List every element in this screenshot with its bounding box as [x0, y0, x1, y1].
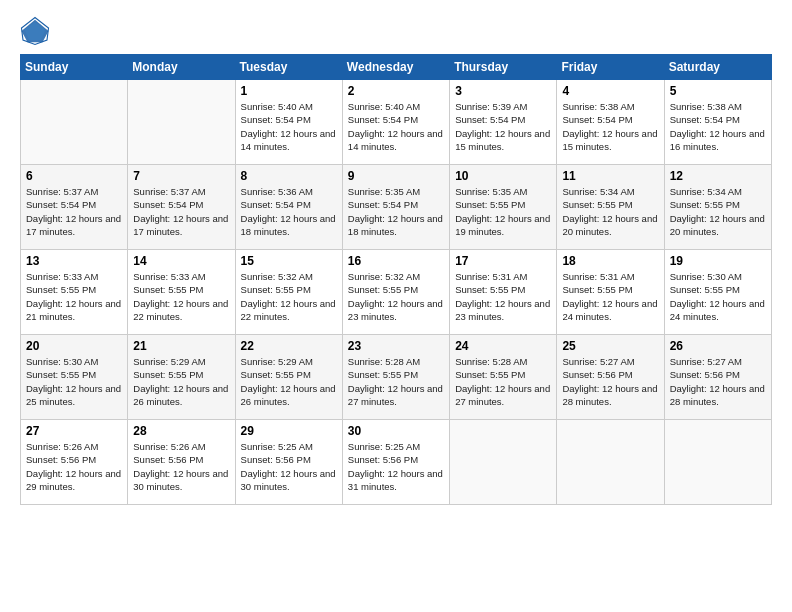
day-info: Sunrise: 5:33 AM Sunset: 5:55 PM Dayligh…	[26, 270, 122, 323]
day-number: 13	[26, 254, 122, 268]
day-number: 29	[241, 424, 337, 438]
day-number: 2	[348, 84, 444, 98]
calendar-cell: 21Sunrise: 5:29 AM Sunset: 5:55 PM Dayli…	[128, 335, 235, 420]
calendar-cell: 12Sunrise: 5:34 AM Sunset: 5:55 PM Dayli…	[664, 165, 771, 250]
calendar-cell: 27Sunrise: 5:26 AM Sunset: 5:56 PM Dayli…	[21, 420, 128, 505]
day-number: 12	[670, 169, 766, 183]
calendar-cell: 7Sunrise: 5:37 AM Sunset: 5:54 PM Daylig…	[128, 165, 235, 250]
day-number: 5	[670, 84, 766, 98]
calendar-week-row: 13Sunrise: 5:33 AM Sunset: 5:55 PM Dayli…	[21, 250, 772, 335]
calendar-cell: 28Sunrise: 5:26 AM Sunset: 5:56 PM Dayli…	[128, 420, 235, 505]
day-info: Sunrise: 5:35 AM Sunset: 5:54 PM Dayligh…	[348, 185, 444, 238]
calendar-cell: 19Sunrise: 5:30 AM Sunset: 5:55 PM Dayli…	[664, 250, 771, 335]
calendar-header-saturday: Saturday	[664, 55, 771, 80]
calendar-cell	[21, 80, 128, 165]
day-info: Sunrise: 5:25 AM Sunset: 5:56 PM Dayligh…	[348, 440, 444, 493]
day-number: 23	[348, 339, 444, 353]
calendar-cell	[128, 80, 235, 165]
day-info: Sunrise: 5:32 AM Sunset: 5:55 PM Dayligh…	[348, 270, 444, 323]
calendar-cell: 18Sunrise: 5:31 AM Sunset: 5:55 PM Dayli…	[557, 250, 664, 335]
day-number: 19	[670, 254, 766, 268]
day-number: 14	[133, 254, 229, 268]
day-number: 6	[26, 169, 122, 183]
day-info: Sunrise: 5:40 AM Sunset: 5:54 PM Dayligh…	[241, 100, 337, 153]
day-number: 15	[241, 254, 337, 268]
day-number: 1	[241, 84, 337, 98]
day-info: Sunrise: 5:25 AM Sunset: 5:56 PM Dayligh…	[241, 440, 337, 493]
day-info: Sunrise: 5:38 AM Sunset: 5:54 PM Dayligh…	[670, 100, 766, 153]
calendar-cell: 22Sunrise: 5:29 AM Sunset: 5:55 PM Dayli…	[235, 335, 342, 420]
day-number: 9	[348, 169, 444, 183]
calendar-cell: 2Sunrise: 5:40 AM Sunset: 5:54 PM Daylig…	[342, 80, 449, 165]
day-info: Sunrise: 5:34 AM Sunset: 5:55 PM Dayligh…	[562, 185, 658, 238]
calendar-cell	[557, 420, 664, 505]
day-number: 18	[562, 254, 658, 268]
calendar-cell: 17Sunrise: 5:31 AM Sunset: 5:55 PM Dayli…	[450, 250, 557, 335]
calendar-cell: 5Sunrise: 5:38 AM Sunset: 5:54 PM Daylig…	[664, 80, 771, 165]
day-info: Sunrise: 5:37 AM Sunset: 5:54 PM Dayligh…	[133, 185, 229, 238]
day-info: Sunrise: 5:30 AM Sunset: 5:55 PM Dayligh…	[670, 270, 766, 323]
day-number: 10	[455, 169, 551, 183]
calendar-table: SundayMondayTuesdayWednesdayThursdayFrid…	[20, 54, 772, 505]
calendar-cell: 4Sunrise: 5:38 AM Sunset: 5:54 PM Daylig…	[557, 80, 664, 165]
calendar-cell: 14Sunrise: 5:33 AM Sunset: 5:55 PM Dayli…	[128, 250, 235, 335]
calendar-cell	[450, 420, 557, 505]
day-number: 17	[455, 254, 551, 268]
calendar-header-tuesday: Tuesday	[235, 55, 342, 80]
calendar-cell: 1Sunrise: 5:40 AM Sunset: 5:54 PM Daylig…	[235, 80, 342, 165]
day-info: Sunrise: 5:28 AM Sunset: 5:55 PM Dayligh…	[348, 355, 444, 408]
calendar-cell: 25Sunrise: 5:27 AM Sunset: 5:56 PM Dayli…	[557, 335, 664, 420]
calendar-cell: 29Sunrise: 5:25 AM Sunset: 5:56 PM Dayli…	[235, 420, 342, 505]
day-number: 20	[26, 339, 122, 353]
calendar-header-monday: Monday	[128, 55, 235, 80]
calendar-cell: 6Sunrise: 5:37 AM Sunset: 5:54 PM Daylig…	[21, 165, 128, 250]
calendar-cell: 13Sunrise: 5:33 AM Sunset: 5:55 PM Dayli…	[21, 250, 128, 335]
calendar-header-row: SundayMondayTuesdayWednesdayThursdayFrid…	[21, 55, 772, 80]
calendar-cell: 9Sunrise: 5:35 AM Sunset: 5:54 PM Daylig…	[342, 165, 449, 250]
calendar-week-row: 1Sunrise: 5:40 AM Sunset: 5:54 PM Daylig…	[21, 80, 772, 165]
logo	[20, 16, 54, 46]
day-number: 27	[26, 424, 122, 438]
day-number: 8	[241, 169, 337, 183]
calendar-cell: 8Sunrise: 5:36 AM Sunset: 5:54 PM Daylig…	[235, 165, 342, 250]
day-info: Sunrise: 5:39 AM Sunset: 5:54 PM Dayligh…	[455, 100, 551, 153]
calendar-cell: 30Sunrise: 5:25 AM Sunset: 5:56 PM Dayli…	[342, 420, 449, 505]
day-info: Sunrise: 5:27 AM Sunset: 5:56 PM Dayligh…	[670, 355, 766, 408]
calendar-cell: 3Sunrise: 5:39 AM Sunset: 5:54 PM Daylig…	[450, 80, 557, 165]
calendar-header-wednesday: Wednesday	[342, 55, 449, 80]
page: SundayMondayTuesdayWednesdayThursdayFrid…	[0, 0, 792, 612]
day-number: 30	[348, 424, 444, 438]
calendar-header-thursday: Thursday	[450, 55, 557, 80]
day-number: 22	[241, 339, 337, 353]
day-number: 24	[455, 339, 551, 353]
day-number: 16	[348, 254, 444, 268]
calendar-week-row: 20Sunrise: 5:30 AM Sunset: 5:55 PM Dayli…	[21, 335, 772, 420]
day-info: Sunrise: 5:34 AM Sunset: 5:55 PM Dayligh…	[670, 185, 766, 238]
day-number: 4	[562, 84, 658, 98]
day-info: Sunrise: 5:33 AM Sunset: 5:55 PM Dayligh…	[133, 270, 229, 323]
calendar-cell: 26Sunrise: 5:27 AM Sunset: 5:56 PM Dayli…	[664, 335, 771, 420]
day-number: 7	[133, 169, 229, 183]
calendar-cell: 11Sunrise: 5:34 AM Sunset: 5:55 PM Dayli…	[557, 165, 664, 250]
day-info: Sunrise: 5:37 AM Sunset: 5:54 PM Dayligh…	[26, 185, 122, 238]
day-info: Sunrise: 5:40 AM Sunset: 5:54 PM Dayligh…	[348, 100, 444, 153]
day-number: 26	[670, 339, 766, 353]
day-info: Sunrise: 5:31 AM Sunset: 5:55 PM Dayligh…	[455, 270, 551, 323]
day-number: 11	[562, 169, 658, 183]
day-number: 21	[133, 339, 229, 353]
day-info: Sunrise: 5:27 AM Sunset: 5:56 PM Dayligh…	[562, 355, 658, 408]
day-number: 28	[133, 424, 229, 438]
header	[20, 16, 772, 46]
calendar-cell	[664, 420, 771, 505]
day-info: Sunrise: 5:26 AM Sunset: 5:56 PM Dayligh…	[26, 440, 122, 493]
day-info: Sunrise: 5:28 AM Sunset: 5:55 PM Dayligh…	[455, 355, 551, 408]
day-number: 25	[562, 339, 658, 353]
calendar-cell: 10Sunrise: 5:35 AM Sunset: 5:55 PM Dayli…	[450, 165, 557, 250]
day-info: Sunrise: 5:26 AM Sunset: 5:56 PM Dayligh…	[133, 440, 229, 493]
calendar-header-sunday: Sunday	[21, 55, 128, 80]
day-info: Sunrise: 5:29 AM Sunset: 5:55 PM Dayligh…	[133, 355, 229, 408]
calendar-header-friday: Friday	[557, 55, 664, 80]
day-info: Sunrise: 5:38 AM Sunset: 5:54 PM Dayligh…	[562, 100, 658, 153]
day-info: Sunrise: 5:29 AM Sunset: 5:55 PM Dayligh…	[241, 355, 337, 408]
calendar-cell: 20Sunrise: 5:30 AM Sunset: 5:55 PM Dayli…	[21, 335, 128, 420]
